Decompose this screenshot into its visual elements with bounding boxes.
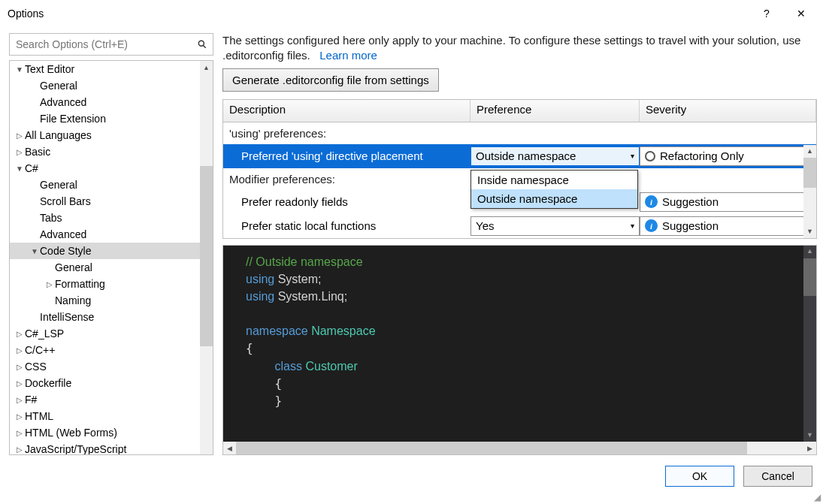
expand-icon[interactable]: ▷ bbox=[14, 363, 25, 371]
expand-icon[interactable]: ▷ bbox=[14, 379, 25, 388]
tree-item-general[interactable]: General bbox=[10, 259, 213, 276]
tree-item-label: General bbox=[40, 179, 77, 191]
scroll-up-icon[interactable]: ▲ bbox=[803, 145, 816, 158]
scroll-down-icon[interactable]: ▼ bbox=[803, 225, 816, 238]
expand-icon[interactable]: ▷ bbox=[14, 346, 25, 355]
right-panel: The settings configured here only apply … bbox=[222, 33, 817, 455]
tree-scrollbar[interactable]: ▲ bbox=[200, 61, 213, 454]
expand-icon[interactable]: ▷ bbox=[14, 445, 25, 454]
tree-item-file-extension[interactable]: File Extension bbox=[10, 110, 213, 127]
tree-item-general[interactable]: General bbox=[10, 177, 213, 193]
tree-item-html-web-forms-[interactable]: ▷HTML (Web Forms) bbox=[10, 424, 213, 441]
code-kw: class bbox=[275, 360, 302, 373]
nav-tree[interactable]: ▼Text EditorGeneralAdvancedFile Extensio… bbox=[10, 61, 213, 454]
option-outside-namespace[interactable]: Outside namespace bbox=[471, 189, 637, 208]
expand-icon[interactable]: ▷ bbox=[14, 148, 25, 156]
expand-icon[interactable]: ▷ bbox=[44, 280, 55, 288]
tree-item-formatting[interactable]: ▷Formatting bbox=[10, 276, 213, 292]
tree-item-text-editor[interactable]: ▼Text Editor bbox=[10, 61, 213, 77]
tree-item-advanced[interactable]: Advanced bbox=[10, 94, 213, 110]
search-box[interactable] bbox=[9, 33, 213, 56]
tree-item-f-[interactable]: ▷F# bbox=[10, 391, 213, 408]
code-hscrollbar[interactable]: ◀ ▶ bbox=[223, 442, 816, 454]
tree-item-scroll-bars[interactable]: Scroll Bars bbox=[10, 193, 213, 210]
col-preference[interactable]: Preference bbox=[470, 100, 640, 122]
tree-item-javascript-typescript[interactable]: ▷JavaScript/TypeScript bbox=[10, 441, 213, 454]
static-local-severity-value: Suggestion bbox=[662, 219, 719, 232]
scroll-up-icon[interactable]: ▲ bbox=[200, 61, 213, 74]
code-kw: using bbox=[246, 273, 274, 285]
code-type: Customer bbox=[302, 360, 358, 373]
row-static-local[interactable]: Prefer static local functions Yes ▾ i Su… bbox=[223, 214, 816, 238]
grid-section-using: 'using' preferences: bbox=[223, 122, 816, 144]
tree-item-advanced[interactable]: Advanced bbox=[10, 226, 213, 243]
learn-more-link[interactable]: Learn more bbox=[319, 49, 377, 62]
search-icon[interactable] bbox=[196, 39, 208, 50]
static-local-dropdown[interactable]: Yes ▾ bbox=[470, 216, 640, 236]
code-vscrollbar[interactable]: ▲▼ bbox=[803, 246, 816, 442]
row-static-local-desc: Prefer static local functions bbox=[223, 219, 470, 232]
tree-item-intellisense[interactable]: IntelliSense bbox=[10, 309, 213, 325]
tree-item-label: Advanced bbox=[40, 228, 86, 240]
generate-editorconfig-button[interactable]: Generate .editorconfig file from setting… bbox=[222, 68, 439, 92]
code-text: System; bbox=[274, 273, 321, 285]
grid-header: Description Preference Severity bbox=[223, 100, 816, 122]
tree-item-html[interactable]: ▷HTML bbox=[10, 408, 213, 424]
tree-item-c-[interactable]: ▼C# bbox=[10, 160, 213, 177]
tree-item-all-languages[interactable]: ▷All Languages bbox=[10, 127, 213, 143]
tree-item-label: Dockerfile bbox=[25, 377, 71, 389]
tree-item-css[interactable]: ▷CSS bbox=[10, 358, 213, 375]
expand-icon[interactable]: ▼ bbox=[29, 247, 40, 255]
tree-item-dockerfile[interactable]: ▷Dockerfile bbox=[10, 375, 213, 391]
grid-scrollbar[interactable]: ▲ ▼ bbox=[803, 145, 816, 238]
help-button[interactable]: ? bbox=[749, 2, 784, 25]
expand-icon[interactable]: ▷ bbox=[14, 412, 25, 421]
tree-scroll-thumb[interactable] bbox=[200, 166, 213, 346]
col-description[interactable]: Description bbox=[223, 100, 470, 122]
col-severity[interactable]: Severity bbox=[640, 100, 816, 122]
expand-icon[interactable]: ▼ bbox=[14, 65, 25, 74]
tree-item-label: General bbox=[55, 261, 92, 273]
readonly-severity-value: Suggestion bbox=[662, 195, 719, 208]
code-vthumb[interactable] bbox=[803, 258, 816, 296]
tree-item-label: JavaScript/TypeScript bbox=[25, 443, 126, 454]
expand-icon[interactable]: ▷ bbox=[14, 131, 25, 140]
refactoring-icon bbox=[645, 151, 655, 161]
static-local-severity-dropdown[interactable]: i Suggestion ▾ bbox=[640, 216, 813, 236]
scroll-up-icon[interactable]: ▲ bbox=[803, 246, 816, 258]
row-using-placement[interactable]: Preferred 'using' directive placement Ou… bbox=[223, 144, 816, 168]
expand-icon[interactable]: ▼ bbox=[14, 164, 25, 173]
scroll-left-icon[interactable]: ◀ bbox=[223, 442, 236, 454]
tree-item-basic[interactable]: ▷Basic bbox=[10, 143, 213, 160]
tree-item-general[interactable]: General bbox=[10, 77, 213, 94]
tree-item-label: HTML bbox=[25, 410, 53, 422]
close-button[interactable]: ✕ bbox=[784, 2, 818, 25]
code-text: System.Linq; bbox=[274, 290, 347, 303]
tree-item-label: C# bbox=[25, 162, 38, 174]
expand-icon[interactable]: ▷ bbox=[14, 396, 25, 404]
code-hthumb[interactable] bbox=[236, 442, 747, 454]
scroll-right-icon[interactable]: ▶ bbox=[803, 442, 816, 454]
tree-item-c-c-[interactable]: ▷C/C++ bbox=[10, 342, 213, 358]
scroll-down-icon[interactable]: ▼ bbox=[803, 429, 816, 442]
intro-text: The settings configured here only apply … bbox=[222, 33, 817, 64]
info-icon: i bbox=[645, 219, 658, 232]
tree-item-c-lsp[interactable]: ▷C#_LSP bbox=[10, 325, 213, 342]
tree-item-tabs[interactable]: Tabs bbox=[10, 210, 213, 226]
tree-item-label: F# bbox=[25, 394, 37, 406]
using-placement-dropdown[interactable]: Outside namespace ▾ bbox=[470, 146, 640, 166]
tree-item-label: Naming bbox=[55, 294, 91, 306]
expand-icon[interactable]: ▷ bbox=[14, 330, 25, 338]
cancel-button[interactable]: Cancel bbox=[743, 466, 812, 487]
search-input[interactable] bbox=[14, 38, 196, 51]
readonly-severity-dropdown[interactable]: i Suggestion ▾ bbox=[640, 192, 813, 212]
ok-button[interactable]: OK bbox=[665, 466, 734, 487]
settings-grid: Description Preference Severity 'using' … bbox=[222, 99, 817, 239]
grid-scroll-thumb[interactable] bbox=[803, 158, 816, 188]
tree-item-naming[interactable]: Naming bbox=[10, 292, 213, 309]
option-inside-namespace[interactable]: Inside namespace bbox=[471, 171, 637, 189]
using-severity-dropdown[interactable]: Refactoring Only ▾ bbox=[640, 146, 813, 166]
tree-item-code-style[interactable]: ▼Code Style bbox=[10, 243, 213, 259]
expand-icon[interactable]: ▷ bbox=[14, 429, 25, 437]
using-placement-dropdown-menu[interactable]: Inside namespace Outside namespace bbox=[470, 170, 638, 209]
